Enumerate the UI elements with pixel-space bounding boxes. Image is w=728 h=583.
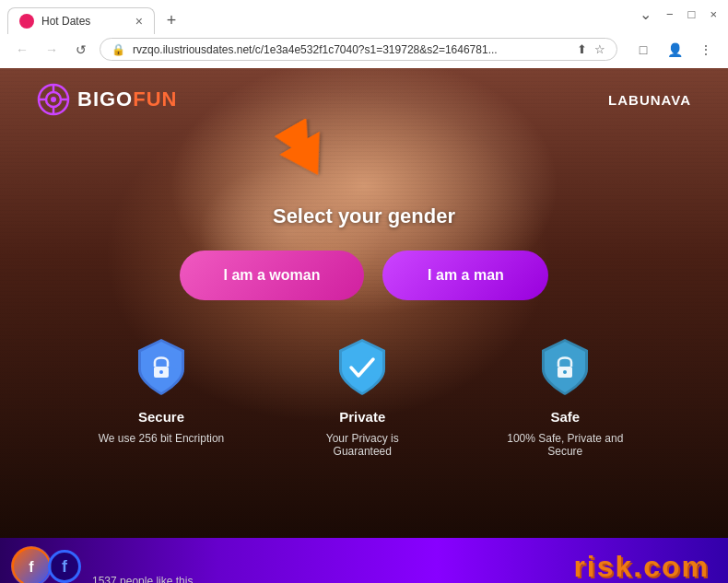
svg-point-11 (563, 370, 567, 374)
svg-marker-0 (270, 119, 337, 183)
tab-close-button[interactable]: × (135, 15, 143, 28)
risk-watermark: risk.com (573, 550, 710, 584)
svg-point-3 (51, 97, 56, 102)
svg-text:f: f (29, 559, 34, 575)
close-button[interactable]: × (710, 7, 717, 21)
secure-desc: We use 256 bit Encription (99, 432, 225, 445)
minimize-button[interactable]: − (666, 7, 674, 21)
gender-buttons: I am a woman I am a man (180, 251, 549, 300)
tab-title: Hot Dates (41, 15, 128, 28)
back-button[interactable]: ← (11, 39, 33, 61)
fb-icon: f (48, 550, 81, 583)
logo: BIGOFUN (37, 83, 177, 116)
safe-desc: 100% Safe, Private and Secure (500, 432, 629, 458)
share-icon[interactable]: ⬆ (577, 42, 587, 56)
woman-button[interactable]: I am a woman (180, 251, 365, 300)
tab-bar: Hot Dates × + ⌄ − □ × (0, 0, 728, 34)
private-icon (335, 337, 390, 402)
feature-safe: Safe 100% Safe, Private and Secure (500, 337, 629, 458)
private-desc: Your Privacy is Guaranteed (298, 432, 427, 458)
safe-label: Safe (550, 409, 580, 425)
menu-icon: ⋮ (699, 42, 712, 57)
menu-button[interactable]: ⋮ (695, 39, 717, 61)
gender-title: Select your gender (273, 204, 455, 228)
page-content: BIGOFUN LABUNAVA Select your gender I am… (0, 68, 728, 538)
likes-text: 1537 people like this (92, 575, 193, 583)
reload-button[interactable]: ↺ (70, 39, 92, 61)
site-header: BIGOFUN LABUNAVA (0, 68, 728, 131)
profile-icon: 👤 (667, 42, 683, 57)
logo-bigo: BIGO (77, 87, 133, 111)
bottom-bar: f f 1537 people like this risk.com (0, 538, 728, 583)
reload-icon: ↺ (76, 42, 87, 57)
secure-icon (134, 337, 189, 402)
man-button[interactable]: I am a man (382, 251, 548, 300)
extensions-icon: □ (640, 42, 647, 57)
main-content: Select your gender I am a woman I am a m… (0, 131, 728, 458)
safe-icon (537, 337, 593, 402)
back-icon: ← (16, 42, 29, 57)
arrow-indicator (267, 119, 341, 183)
browser-chrome: Hot Dates × + ⌄ − □ × ← → ↺ 🔒 rvzqo.ilus… (0, 0, 728, 68)
window-controls: ⌄ − □ × (640, 6, 717, 23)
bottom-logo: f f (11, 546, 81, 583)
nav-labunava[interactable]: LABUNAVA (608, 92, 691, 108)
logo-icon (37, 83, 70, 116)
url-text: rvzqo.ilustriousdates.net/c/1e3a4e532f1c… (133, 43, 569, 56)
feature-private: Private Your Privacy is Guaranteed (298, 337, 427, 458)
logo-text: BIGOFUN (77, 87, 177, 111)
chevron-down-icon: ⌄ (640, 6, 652, 23)
new-tab-button[interactable]: + (159, 8, 184, 34)
url-bar[interactable]: 🔒 rvzqo.ilustriousdates.net/c/1e3a4e532f… (100, 38, 617, 61)
svg-point-9 (159, 370, 163, 374)
private-label: Private (339, 409, 385, 425)
secure-label: Secure (138, 409, 184, 425)
fb-circle-icon: f (11, 546, 52, 583)
extensions-button[interactable]: □ (632, 39, 654, 61)
browser-actions: □ 👤 ⋮ (632, 39, 717, 61)
forward-button[interactable]: → (41, 39, 63, 61)
logo-fun: FUN (133, 87, 177, 111)
url-actions: ⬆ ☆ (577, 42, 605, 56)
features-section: Secure We use 256 bit Encription Private… (62, 337, 667, 458)
profile-button[interactable]: 👤 (663, 39, 686, 61)
address-bar: ← → ↺ 🔒 rvzqo.ilustriousdates.net/c/1e3a… (0, 34, 728, 68)
lock-icon: 🔒 (112, 43, 125, 56)
tab-favicon (19, 14, 34, 29)
forward-icon: → (45, 42, 58, 57)
feature-secure: Secure We use 256 bit Encription (99, 337, 225, 445)
bookmark-icon[interactable]: ☆ (594, 42, 605, 56)
maximize-button[interactable]: □ (688, 7, 696, 21)
active-tab[interactable]: Hot Dates × (7, 7, 155, 34)
